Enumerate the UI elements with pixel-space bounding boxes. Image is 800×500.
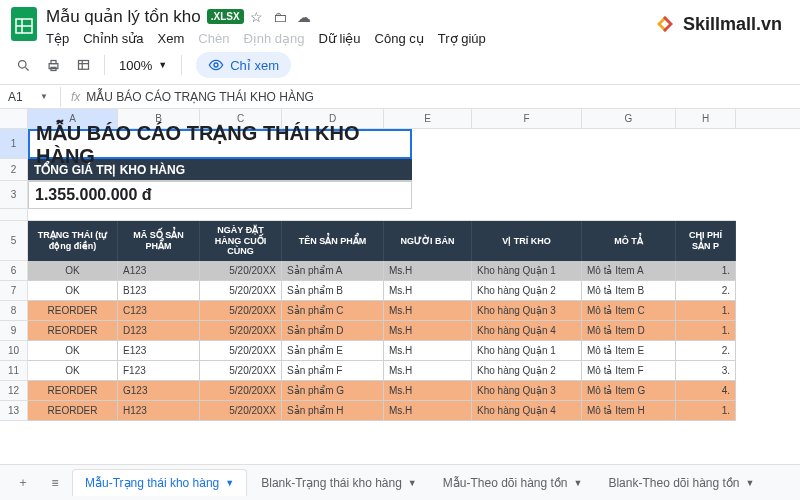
col-header-h[interactable]: H bbox=[676, 109, 736, 128]
cell-date[interactable]: 5/20/20XX bbox=[200, 361, 282, 381]
cell-desc[interactable]: Mô tả Item A bbox=[582, 261, 676, 281]
cell-desc[interactable]: Mô tả Item B bbox=[582, 281, 676, 301]
cell-loc[interactable]: Kho hàng Quận 2 bbox=[472, 281, 582, 301]
table-row[interactable]: OKA1235/20/20XXSản phẩm AMs.HKho hàng Qu… bbox=[28, 261, 736, 281]
cell-name[interactable]: Sản phẩm B bbox=[282, 281, 384, 301]
select-all-corner[interactable] bbox=[0, 109, 28, 128]
cell-sku[interactable]: H123 bbox=[118, 401, 200, 421]
cell-sku[interactable]: G123 bbox=[118, 381, 200, 401]
row-header[interactable]: 12 bbox=[0, 381, 28, 401]
cell-cost[interactable]: 1. bbox=[676, 301, 736, 321]
row-header[interactable]: 3 bbox=[0, 181, 28, 209]
table-row[interactable]: REORDERD1235/20/20XXSản phẩm DMs.HKho hà… bbox=[28, 321, 736, 341]
sheet-tab-3[interactable]: Mẫu-Theo dõi hàng tồn▼ bbox=[431, 470, 595, 496]
cell-loc[interactable]: Kho hàng Quận 4 bbox=[472, 321, 582, 341]
chevron-down-icon[interactable]: ▼ bbox=[574, 478, 583, 488]
cell-loc[interactable]: Kho hàng Quận 1 bbox=[472, 261, 582, 281]
cell-status[interactable]: REORDER bbox=[28, 381, 118, 401]
cell-cost[interactable]: 1. bbox=[676, 261, 736, 281]
menu-insert[interactable]: Chèn bbox=[198, 31, 229, 46]
th-seller[interactable]: NGƯỜI BÁN bbox=[384, 221, 472, 261]
cell-status[interactable]: OK bbox=[28, 361, 118, 381]
menu-tools[interactable]: Công cụ bbox=[375, 31, 424, 46]
cell-loc[interactable]: Kho hàng Quận 3 bbox=[472, 301, 582, 321]
col-header-g[interactable]: G bbox=[582, 109, 676, 128]
cell-loc[interactable]: Kho hàng Quận 2 bbox=[472, 361, 582, 381]
cell-seller[interactable]: Ms.H bbox=[384, 261, 472, 281]
cell-seller[interactable]: Ms.H bbox=[384, 361, 472, 381]
chevron-down-icon[interactable]: ▼ bbox=[225, 478, 234, 488]
row-header[interactable] bbox=[0, 209, 28, 221]
row-header[interactable]: 5 bbox=[0, 221, 28, 261]
sheet-tab-4[interactable]: Blank-Theo dõi hàng tồn▼ bbox=[596, 470, 766, 496]
cell-seller[interactable]: Ms.H bbox=[384, 381, 472, 401]
cell-sku[interactable]: F123 bbox=[118, 361, 200, 381]
view-only-badge[interactable]: Chỉ xem bbox=[196, 52, 291, 78]
add-sheet-button[interactable]: ＋ bbox=[8, 469, 38, 497]
row-header[interactable]: 11 bbox=[0, 361, 28, 381]
star-icon[interactable]: ☆ bbox=[250, 9, 263, 25]
sheet-tab-1[interactable]: Mẫu-Trạng thái kho hàng▼ bbox=[72, 469, 247, 496]
sheets-logo[interactable] bbox=[10, 6, 38, 42]
menu-view[interactable]: Xem bbox=[158, 31, 185, 46]
row-header[interactable]: 2 bbox=[0, 159, 28, 181]
cell-date[interactable]: 5/20/20XX bbox=[200, 261, 282, 281]
all-sheets-button[interactable]: ≡ bbox=[40, 469, 70, 497]
formula-text[interactable]: MẪU BÁO CÁO TRẠNG THÁI KHO HÀNG bbox=[86, 90, 314, 104]
table-row[interactable]: OKB1235/20/20XXSản phẩm BMs.HKho hàng Qu… bbox=[28, 281, 736, 301]
cell-sku[interactable]: D123 bbox=[118, 321, 200, 341]
cell-desc[interactable]: Mô tả Item F bbox=[582, 361, 676, 381]
doc-title[interactable]: Mẫu quản lý tồn kho bbox=[46, 6, 201, 27]
cell-status[interactable]: OK bbox=[28, 261, 118, 281]
name-box[interactable]: A1▼ bbox=[0, 90, 56, 104]
cell-desc[interactable]: Mô tả Item D bbox=[582, 321, 676, 341]
cell-desc[interactable]: Mô tả Item E bbox=[582, 341, 676, 361]
cell-desc[interactable]: Mô tả Item C bbox=[582, 301, 676, 321]
row-header[interactable]: 9 bbox=[0, 321, 28, 341]
folder-icon[interactable]: 🗀 bbox=[273, 9, 287, 25]
cell-loc[interactable]: Kho hàng Quận 4 bbox=[472, 401, 582, 421]
cell-name[interactable]: Sản phẩm C bbox=[282, 301, 384, 321]
row-header[interactable]: 7 bbox=[0, 281, 28, 301]
table-row[interactable]: REORDERC1235/20/20XXSản phẩm CMs.HKho hà… bbox=[28, 301, 736, 321]
cell-cost[interactable]: 1. bbox=[676, 401, 736, 421]
cell-seller[interactable]: Ms.H bbox=[384, 281, 472, 301]
cell-sku[interactable]: A123 bbox=[118, 261, 200, 281]
cell-cost[interactable]: 4. bbox=[676, 381, 736, 401]
th-date[interactable]: NGÀY ĐẶT HÀNG CUỐI CÙNG bbox=[200, 221, 282, 261]
table-row[interactable]: OKF1235/20/20XXSản phẩm FMs.HKho hàng Qu… bbox=[28, 361, 736, 381]
cell-date[interactable]: 5/20/20XX bbox=[200, 401, 282, 421]
cell-seller[interactable]: Ms.H bbox=[384, 301, 472, 321]
chevron-down-icon[interactable]: ▼ bbox=[408, 478, 417, 488]
filter-icon[interactable] bbox=[70, 52, 96, 78]
th-status[interactable]: TRẠNG THÁI (tự động điền) bbox=[28, 221, 118, 261]
cell-date[interactable]: 5/20/20XX bbox=[200, 301, 282, 321]
cell-desc[interactable]: Mô tả Item G bbox=[582, 381, 676, 401]
cell-seller[interactable]: Ms.H bbox=[384, 321, 472, 341]
th-loc[interactable]: VỊ TRÍ KHO bbox=[472, 221, 582, 261]
chevron-down-icon[interactable]: ▼ bbox=[746, 478, 755, 488]
cell-total[interactable]: 1.355.000.000 đ bbox=[28, 181, 412, 209]
th-desc[interactable]: MÔ TẢ bbox=[582, 221, 676, 261]
cell-name[interactable]: Sản phẩm H bbox=[282, 401, 384, 421]
cloud-icon[interactable]: ☁ bbox=[297, 9, 311, 25]
spreadsheet-grid[interactable]: A B C D E F G H 1 2 3 5 6 7 8 9 10 11 12… bbox=[0, 109, 800, 471]
table-row[interactable]: REORDERG1235/20/20XXSản phẩm GMs.HKho hà… bbox=[28, 381, 736, 401]
cell-desc[interactable]: Mô tả Item H bbox=[582, 401, 676, 421]
cell-seller[interactable]: Ms.H bbox=[384, 341, 472, 361]
search-icon[interactable] bbox=[10, 52, 36, 78]
cell-status[interactable]: OK bbox=[28, 281, 118, 301]
row-header[interactable]: 1 bbox=[0, 129, 28, 159]
spacer-row[interactable] bbox=[28, 209, 736, 221]
menu-help[interactable]: Trợ giúp bbox=[438, 31, 486, 46]
cell-status[interactable]: REORDER bbox=[28, 401, 118, 421]
cell-title[interactable]: MẪU BÁO CÁO TRẠNG THÁI KHO HÀNG bbox=[28, 129, 412, 159]
cell-status[interactable]: REORDER bbox=[28, 301, 118, 321]
row-header[interactable]: 10 bbox=[0, 341, 28, 361]
menu-format[interactable]: Định dạng bbox=[243, 31, 304, 46]
cell-loc[interactable]: Kho hàng Quận 1 bbox=[472, 341, 582, 361]
cell-date[interactable]: 5/20/20XX bbox=[200, 281, 282, 301]
cell-date[interactable]: 5/20/20XX bbox=[200, 321, 282, 341]
th-cost[interactable]: CHI PHÍ SẢN P bbox=[676, 221, 736, 261]
th-name[interactable]: TÊN SẢN PHẨM bbox=[282, 221, 384, 261]
